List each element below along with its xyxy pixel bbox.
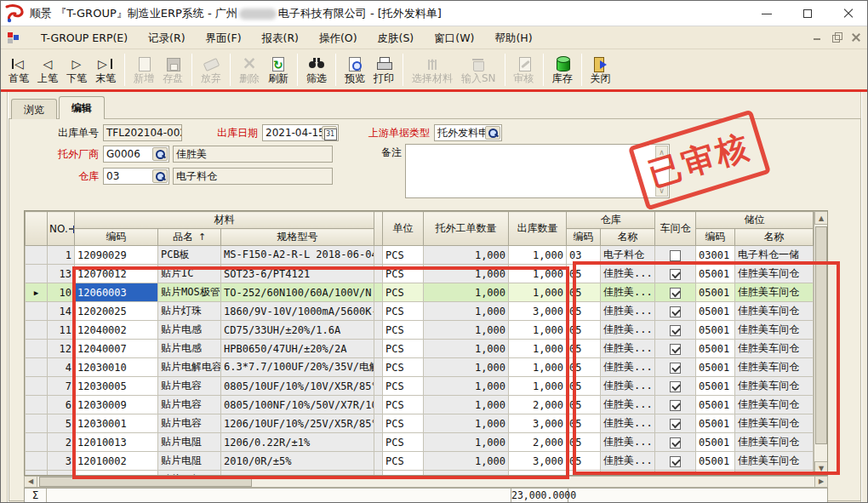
close-form-button[interactable]: 关闭 — [586, 54, 615, 86]
print-button[interactable]: 打印 — [369, 54, 398, 86]
filter-icon — [306, 55, 327, 72]
refresh-icon — [268, 55, 288, 72]
nav-first-icon — [9, 55, 29, 72]
toolbar-button-label: 选择材料 — [412, 72, 453, 84]
lookup-magnifier-icon[interactable] — [152, 169, 168, 183]
menu-item[interactable]: T-GROUP ERP(E) — [31, 26, 138, 49]
menu-item[interactable]: 皮肤(S) — [368, 26, 425, 49]
warehouse-name-field: 电子料仓 — [173, 168, 333, 185]
toolbar-button-label: 审核 — [514, 72, 534, 84]
row-marker-cell — [26, 452, 48, 471]
no-cell: 14 — [48, 302, 75, 321]
col-loc-name[interactable]: 名称 — [735, 229, 814, 246]
lookup-magnifier-icon[interactable] — [485, 126, 500, 140]
print-icon — [374, 55, 394, 72]
menu-item[interactable]: 报表(R) — [252, 26, 309, 49]
vendor-name-field: 佳胜美 — [173, 146, 333, 163]
col-no[interactable]: NO. — [48, 212, 75, 246]
menu-item[interactable]: 界面(F) — [196, 26, 252, 49]
scroll-up-icon[interactable] — [814, 211, 828, 225]
mdi-restore-button[interactable] — [831, 31, 842, 43]
mdi-close-button[interactable] — [851, 31, 862, 43]
nav-first-button[interactable]: 首笔 — [4, 54, 33, 86]
row-marker-cell — [26, 396, 48, 414]
select-material-button: 选择材料 — [408, 54, 457, 86]
toolbar-button-label: 输入SN — [461, 72, 496, 84]
nav-prev-icon — [37, 55, 58, 72]
toolbar-separator — [335, 54, 336, 86]
nav-next-button[interactable]: 下笔 — [62, 54, 91, 86]
erp-window: 顺景 『T-GROUP』制造业ERP系统 - 广州电子科技有限公司 - [托外发… — [0, 0, 868, 503]
col-material-code[interactable]: 编码 — [75, 229, 158, 246]
no-cell: 13 — [48, 265, 75, 283]
col-wo-qty[interactable]: 托外工单数量 — [424, 212, 509, 246]
toolbar-button-label: 放弃 — [201, 72, 221, 84]
col-row-marker — [26, 212, 48, 246]
vendor-label: 托外厂商 — [42, 146, 99, 163]
nav-last-button[interactable]: 末笔 — [91, 54, 120, 86]
order-no-field[interactable]: TFL202104-0022 — [103, 124, 182, 141]
delete-icon — [239, 55, 260, 72]
col-out-qty[interactable]: 出库数量 — [509, 212, 567, 246]
col-wh-name[interactable]: 名称 — [601, 229, 655, 246]
lookup-magnifier-icon[interactable] — [152, 147, 168, 161]
spec-cell[interactable]: MS-F150-A2-R-L 2018-06-04/铝基... — [221, 246, 374, 265]
col-group-location: 储位 — [696, 212, 814, 229]
col-narrow — [374, 212, 383, 246]
filter-button[interactable]: 筛选 — [302, 54, 331, 86]
input-sn-icon — [468, 55, 488, 72]
row-marker-cell — [26, 358, 48, 377]
col-shop-warehouse[interactable]: 车间仓 — [655, 212, 696, 246]
menu-item[interactable]: 记录(R) — [138, 26, 195, 49]
no-cell: 4 — [48, 358, 75, 377]
col-wh-code[interactable]: 编码 — [567, 229, 601, 246]
window-title: 顺景 『T-GROUP』制造业ERP系统 - 广州电子科技有限公司 - [托外发… — [30, 1, 442, 26]
audit-button: 审核 — [510, 54, 539, 86]
no-cell: 1 — [48, 246, 75, 265]
select-material-icon — [422, 55, 443, 72]
row-marker-cell — [26, 433, 48, 452]
mdi-minimize-button[interactable] — [812, 31, 823, 43]
window-maximize-button[interactable] — [787, 1, 828, 26]
window-minimize-button[interactable] — [746, 1, 787, 26]
col-loc-code[interactable]: 编码 — [696, 229, 735, 246]
shop-warehouse-checkbox[interactable] — [670, 250, 681, 261]
col-spec[interactable]: 规格型号 — [221, 229, 374, 246]
tab-edit[interactable]: 编辑 — [59, 96, 105, 119]
preview-button[interactable]: 预览 — [340, 54, 369, 86]
toolbar-button-label: 新增 — [134, 72, 154, 84]
calendar-icon[interactable] — [322, 126, 337, 140]
nav-prev-button[interactable]: 上笔 — [33, 54, 62, 86]
scroll-left-icon[interactable] — [25, 477, 37, 487]
material-code-cell[interactable]: 12090029 — [75, 246, 158, 265]
menu-item[interactable]: 操作(O) — [309, 26, 368, 49]
window-close-button[interactable] — [828, 1, 868, 26]
toolbar-button-label: 刷新 — [268, 72, 288, 84]
narrow-cell — [374, 246, 383, 265]
row-marker-cell — [26, 246, 48, 265]
tab-browse[interactable]: 浏览 — [11, 99, 57, 119]
vendor-code-field[interactable]: G0006 — [103, 146, 169, 163]
upstream-type-field[interactable]: 托外发料申请 — [434, 124, 502, 141]
save-button: 存盘 — [158, 54, 187, 86]
toolbar-red-divider — [1, 89, 868, 92]
stock-button[interactable]: 库存 — [548, 54, 577, 86]
toolbar-separator — [297, 54, 298, 86]
out-qty-cell[interactable]: 1,000 — [509, 246, 567, 265]
scroll-right-icon[interactable] — [814, 477, 827, 487]
upstream-type-label: 上游单据类型 — [357, 124, 430, 141]
preview-icon — [345, 55, 365, 72]
col-unit[interactable]: 单位 — [383, 212, 424, 246]
toolbar-separator — [403, 54, 403, 86]
menu-item[interactable]: 帮助(H) — [484, 26, 542, 49]
toolbar-separator — [191, 54, 192, 86]
toolbar-button-label: 打印 — [374, 72, 394, 84]
warehouse-code-field[interactable]: 03 — [103, 168, 169, 185]
unit-cell: PCS — [383, 246, 424, 265]
menu-item[interactable]: 窗口(W) — [424, 26, 484, 49]
material-name-cell[interactable]: PCB板 — [158, 246, 221, 265]
refresh-button[interactable]: 刷新 — [264, 54, 293, 86]
col-material-name[interactable]: 品名↑ — [158, 229, 221, 246]
no-cell: 6 — [48, 396, 75, 414]
out-date-field[interactable]: 2021-04-15 — [262, 124, 339, 141]
